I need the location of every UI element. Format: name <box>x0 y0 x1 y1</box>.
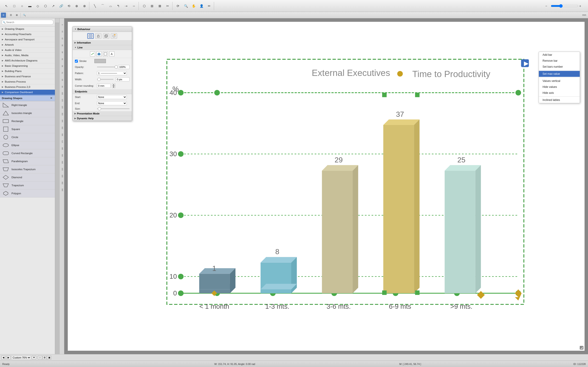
delete-tool-btn[interactable]: ⊠ <box>156 3 164 9</box>
prev-page-btn[interactable]: ◀ <box>1 356 6 359</box>
link-tool-btn[interactable]: 🔗 <box>57 3 65 9</box>
sidebar-item-aws[interactable]: ▶ AWS Architecture Diagrams <box>0 58 55 63</box>
remove-tool-btn[interactable]: ⊗ <box>81 3 88 9</box>
menu-item-set-max-value[interactable]: Set max value <box>539 71 580 77</box>
sidebar-item-comparison[interactable]: ▶ Comparison Dashboard <box>0 90 55 95</box>
shape-square[interactable]: Square <box>0 125 55 133</box>
shape-right-triangle[interactable]: Right triangle <box>0 101 55 109</box>
shape-trapezium2[interactable]: Trapezium <box>0 181 55 190</box>
start-select[interactable]: None Arrow Circle <box>97 95 127 99</box>
hand-tool-btn[interactable]: ✋ <box>190 3 197 9</box>
menu-item-values-vertical[interactable]: Values vertical <box>539 78 580 84</box>
sidebar-item-business-finance[interactable]: ▶ Business and Finance <box>0 74 55 79</box>
zoom-slider[interactable] <box>551 4 578 8</box>
sidebar-item-audio-video[interactable]: ▶ Audio & Video <box>0 48 55 53</box>
user-tool-btn[interactable]: 👤 <box>198 3 205 9</box>
view-grid-btn[interactable]: ⊞ <box>14 13 19 17</box>
shape-isosceles-triangle[interactable]: Isosceles triangle <box>0 109 55 117</box>
behaviour-lock-btn[interactable] <box>95 33 102 39</box>
menu-item-remove-bar[interactable]: Remove bar <box>539 58 580 64</box>
size-slider[interactable] <box>97 108 130 109</box>
stroke-color-swatch[interactable] <box>95 59 106 63</box>
canvas-main[interactable]: ▼ Behaviour <box>64 18 588 354</box>
next-page-btn[interactable]: ▶ <box>6 356 10 359</box>
dynamic-help-section[interactable]: ▶ Dynamic Help <box>73 116 132 121</box>
presentation-mode-section[interactable]: ▶ Presentation Mode <box>73 111 132 116</box>
behaviour-copy-btn[interactable] <box>103 33 109 39</box>
shape-circle[interactable]: Circle <box>0 133 55 141</box>
search-panel-btn[interactable]: 🔍 <box>22 13 27 17</box>
line-fill-btn[interactable] <box>96 51 102 56</box>
end-select[interactable]: None Arrow Circle <box>97 101 127 105</box>
elbow-tool-btn[interactable]: ↰ <box>115 3 122 9</box>
information-section[interactable]: ▶ Information <box>73 40 132 45</box>
shape-trapezium[interactable]: Isosceles Trapezium <box>0 165 55 173</box>
sidebar-item-building[interactable]: ▶ Building Plans <box>0 69 55 74</box>
sidebar-item-business-process[interactable]: ▶ Business Process <box>0 79 55 84</box>
cut-tool-btn[interactable]: ✂ <box>164 3 171 9</box>
view-fit-btn[interactable]: ⊞ <box>43 356 47 359</box>
line-color-btn[interactable] <box>90 51 95 56</box>
rect-tool-btn[interactable]: □ <box>10 3 18 9</box>
corner-down-btn[interactable]: ▼ <box>112 86 115 88</box>
zoom-down-btn[interactable]: ▼ <box>32 356 36 359</box>
width-slider[interactable] <box>97 79 113 80</box>
menu-item-hide-axis[interactable]: Hide axis <box>539 90 580 96</box>
add-tool-btn[interactable]: ⊕ <box>73 3 80 9</box>
opacity-slider[interactable] <box>97 67 117 67</box>
bend-tool-btn[interactable]: ⌓ <box>107 3 114 9</box>
select-tool-btn[interactable]: ↖ <box>3 3 10 9</box>
menu-item-inclined-labels[interactable]: Inclined lables <box>539 97 580 103</box>
ungroup-tool-btn[interactable]: ⊞ <box>148 3 156 9</box>
view-full-btn[interactable]: ▣ <box>47 356 51 359</box>
shape-polygon[interactable]: Polygon <box>0 190 55 198</box>
behaviour-select-btn[interactable] <box>87 33 94 39</box>
menu-item-set-bars-number[interactable]: Set bars number <box>539 64 580 70</box>
zoom-in-btn[interactable]: + <box>579 4 584 8</box>
line-border-btn[interactable] <box>103 51 108 56</box>
drawing-panel-close-btn[interactable]: ✕ <box>49 96 53 100</box>
sidebar-item-accounting[interactable]: ▶ Accounting Flowcharts <box>0 32 55 37</box>
zoom-out-btn[interactable]: − <box>545 4 550 8</box>
circle-tool-btn[interactable]: ○ <box>18 3 26 9</box>
sidebar-item-audio-video-media[interactable]: ▶ Audio, Video, Media <box>0 53 55 58</box>
curve-tool-btn[interactable]: ⌒ <box>99 3 106 9</box>
stroke-checkbox[interactable] <box>75 60 78 63</box>
zoom-select[interactable]: Custom 76% 50% 75% 100% 125% 150% <box>11 356 31 360</box>
line-tool-btn[interactable]: ╲ <box>91 3 99 9</box>
rotate-tool-btn[interactable]: ⟲ <box>65 3 73 9</box>
behaviour-star-btn[interactable]: ★ <box>111 33 117 39</box>
group-tool-btn[interactable]: ⬡ <box>141 3 148 9</box>
corner-rounding-input[interactable] <box>97 84 111 88</box>
opacity-input[interactable] <box>118 65 130 69</box>
sidebar-item-artwork[interactable]: ▶ Artwork <box>0 42 55 48</box>
shape-rectangle[interactable]: Rectangle <box>0 117 55 125</box>
bidirectional-tool-btn[interactable]: ↔ <box>130 3 138 9</box>
view-list-btn[interactable]: ☰ <box>8 13 14 17</box>
menu-item-hide-values[interactable]: Hide values <box>539 84 580 90</box>
sidebar-item-basic[interactable]: ▶ Basic Diagramming <box>0 63 55 69</box>
menu-btn[interactable]: ☰ <box>1 13 6 18</box>
pen-tool-btn[interactable]: ✏ <box>206 3 213 9</box>
zoom-tool-btn[interactable]: 🔍 <box>182 3 190 9</box>
sidebar-item-drawing-shapes[interactable]: ▶ Drawing Shapes <box>0 26 55 32</box>
shape-tool-btn[interactable]: ▬ <box>26 3 34 9</box>
diamond-tool-btn[interactable]: ◇ <box>34 3 41 9</box>
view-normal-btn[interactable]: □ <box>38 356 42 359</box>
refresh-tool-btn[interactable]: ⟳ <box>174 3 182 9</box>
width-input[interactable] <box>116 77 130 81</box>
sidebar-item-aerospace[interactable]: ▶ Aerospace and Transport <box>0 37 55 42</box>
search-input[interactable] <box>1 20 53 25</box>
shape-diamond[interactable]: Diamond <box>0 173 55 181</box>
line-text-btn[interactable]: A <box>109 51 114 56</box>
corner-up-btn[interactable]: ▲ <box>112 83 115 86</box>
shape-ellipse[interactable]: Ellipse <box>0 141 55 149</box>
sidebar-item-business-process-20[interactable]: ▶ Business Process 2,0 <box>0 84 55 90</box>
hex-tool-btn[interactable]: ⬡ <box>42 3 49 9</box>
line-section[interactable]: ▼ Line <box>73 45 132 50</box>
shape-curved-rectangle[interactable]: Curved Rectangle <box>0 149 55 157</box>
arrow-tool-btn[interactable]: ↗ <box>50 3 57 9</box>
connector-tool-btn[interactable]: ⇢ <box>122 3 130 9</box>
menu-item-add-bar[interactable]: Add bar <box>539 52 580 58</box>
pattern-select[interactable]: 1: ───────── 2: - - - - - 3: · · · · · <box>97 71 127 75</box>
